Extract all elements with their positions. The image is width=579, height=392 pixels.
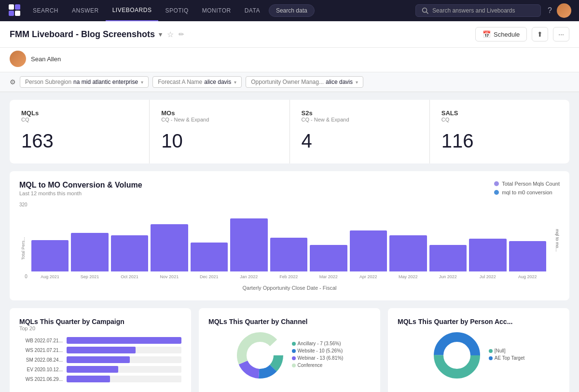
bottom-grid: MQLs This Quarter by Campaign Top 20 WB … xyxy=(10,308,569,392)
bar-group: Oct 2021 xyxy=(111,202,148,279)
nav-logo[interactable] xyxy=(8,3,21,18)
channel-card-title: MQLs This Quarter by Channel xyxy=(208,318,371,325)
channel-legend-item: Webinar - 13 (6.81%) xyxy=(292,355,344,361)
horiz-bar-row: WS 2021.07.21... xyxy=(19,347,181,353)
bar[interactable] xyxy=(31,240,69,271)
person-acc-card-title: MQLs This Quarter by Person Acc... xyxy=(398,318,560,325)
main-content: MQLs CQ 163 MOs CQ - New & Expand 10 S2s… xyxy=(0,92,579,392)
nav-item-data[interactable]: DATA xyxy=(238,0,267,21)
campaign-card-title: MQLs This Quarter by Campaign xyxy=(19,318,181,325)
schedule-button[interactable]: 📅 Schedule xyxy=(475,27,527,41)
chart-legend: Total Person Mqls Countmql to m0 convers… xyxy=(494,181,560,195)
person-acc-legend-item: [Null] xyxy=(489,348,524,353)
title-chevron-icon[interactable]: ▾ xyxy=(159,31,162,38)
bar[interactable] xyxy=(230,218,267,271)
bar-label: Feb 2022 xyxy=(279,274,298,279)
horiz-bar-track xyxy=(67,376,181,382)
channel-donut-chart xyxy=(236,331,284,379)
kpi-value: 163 xyxy=(21,130,138,152)
svg-rect-0 xyxy=(9,4,14,10)
nav-item-liveboards[interactable]: LIVEBOARDS xyxy=(106,0,159,21)
bar-label: Jan 2022 xyxy=(240,274,258,279)
nav-search-bar[interactable]: Search answers and Liveboards xyxy=(415,4,541,17)
user-avatar-nav[interactable] xyxy=(557,3,571,18)
favorite-icon[interactable]: ☆ xyxy=(167,30,174,39)
nav-item-spotiq[interactable]: SPOTIQ xyxy=(158,0,195,21)
bar-label: Aug 2022 xyxy=(518,274,537,279)
chart-subtitle: Last 12 months this month xyxy=(19,190,142,196)
bar-group: Feb 2022 xyxy=(270,202,307,279)
bar-group: Jul 2022 xyxy=(469,202,506,279)
bar-group: Aug 2021 xyxy=(31,202,69,279)
bar[interactable] xyxy=(71,233,108,271)
campaign-card: MQLs This Quarter by Campaign Top 20 WB … xyxy=(10,308,191,392)
person-acc-card: MQLs This Quarter by Person Acc... [Null… xyxy=(388,308,569,392)
bar[interactable] xyxy=(191,243,228,271)
bar[interactable] xyxy=(270,238,307,271)
kpi-title: SALS xyxy=(441,109,558,117)
bar-label: Apr 2022 xyxy=(359,274,377,279)
horiz-bar-fill xyxy=(67,366,118,373)
search-icon xyxy=(422,7,428,14)
top-nav: SEARCHANSWERLIVEBOARDSSPOTIQMONITORDATA … xyxy=(0,0,579,21)
horiz-bar-row: WS 2021.06.29... xyxy=(19,376,181,382)
bar[interactable] xyxy=(350,230,387,271)
kpi-title: MOs xyxy=(161,109,277,117)
bar[interactable] xyxy=(469,239,506,271)
filter-chip[interactable]: Person Subregion na mid atlantic enterpr… xyxy=(20,76,149,88)
person-acc-legend-item: AE Top Target xyxy=(489,355,524,361)
campaign-card-subtitle: Top 20 xyxy=(19,325,181,331)
bar[interactable] xyxy=(429,245,467,271)
kpi-title: S2s xyxy=(302,109,418,117)
channel-legend-item: Website - 10 (5.26%) xyxy=(292,348,344,353)
svg-line-5 xyxy=(427,12,428,14)
kpi-card: S2s CQ - New & Expand 4 xyxy=(290,100,429,163)
bar[interactable] xyxy=(111,235,148,271)
help-icon[interactable]: ? xyxy=(548,6,552,15)
kpi-subtitle: CQ - New & Expand xyxy=(302,117,418,122)
horiz-bar-label: WS 2021.06.29... xyxy=(19,377,63,382)
nav-item-answer[interactable]: ANSWER xyxy=(65,0,106,21)
horiz-bar-fill xyxy=(67,356,130,363)
horiz-bar-row: EV 2020.10.12... xyxy=(19,366,181,373)
bar-group: Apr 2022 xyxy=(350,202,387,279)
subheader: FMM Liveboard - Blog Screenshots ▾ ☆ ✏ 📅… xyxy=(0,21,579,48)
bar-group: Jun 2022 xyxy=(429,202,467,279)
horiz-bar-label: WS 2021.07.21... xyxy=(19,348,63,353)
bar-group: Sep 2021 xyxy=(71,202,108,279)
filter-chip[interactable]: Opportunity Owner Manag... alice davis ▾ xyxy=(246,76,363,88)
y-axis-max: 320 xyxy=(19,202,28,207)
bar[interactable] xyxy=(509,241,546,271)
kpi-value: 4 xyxy=(302,130,418,152)
page-title: FMM Liveboard - Blog Screenshots ▾ xyxy=(10,29,162,40)
nav-search-pill[interactable]: Search data xyxy=(269,4,315,17)
bar[interactable] xyxy=(389,235,427,271)
bar[interactable] xyxy=(310,245,347,271)
chart-bars: Aug 2021 Sep 2021 Oct 2021 Nov 2021 Dec … xyxy=(31,202,546,279)
channel-legend-item: Conference xyxy=(292,363,344,368)
kpi-value: 116 xyxy=(441,130,558,152)
bar-group: Jan 2022 xyxy=(230,202,267,279)
nav-item-search[interactable]: SEARCH xyxy=(26,0,65,21)
person-acc-donut-chart xyxy=(433,331,481,379)
edit-icon[interactable]: ✏ xyxy=(179,30,184,38)
kpi-subtitle: CQ xyxy=(441,117,558,122)
channel-legend: Ancillary - 7 (3.56%)Website - 10 (5.26%… xyxy=(292,341,344,370)
kpi-card: MOs CQ - New & Expand 10 xyxy=(150,100,289,163)
legend-item: mql to m0 conversion xyxy=(494,189,560,195)
share-button[interactable]: ⬆ xyxy=(532,27,548,41)
user-row: Sean Allen xyxy=(0,48,579,72)
filter-icon[interactable]: ⚙ xyxy=(10,78,16,86)
search-bar-placeholder: Search answers and Liveboards xyxy=(432,7,515,14)
horiz-bar-row: WB 2022.07.21... xyxy=(19,337,181,344)
horiz-bar-fill xyxy=(67,376,110,382)
bar[interactable] xyxy=(151,224,188,271)
horiz-bar-label: SM 2022.08.24... xyxy=(19,357,63,363)
kpi-subtitle: CQ - New & Expand xyxy=(161,117,277,122)
svg-rect-1 xyxy=(15,4,20,10)
more-options-button[interactable]: ··· xyxy=(553,27,569,41)
filter-chip[interactable]: Forecast A Name alice davis ▾ xyxy=(152,76,242,88)
bar-group: May 2022 xyxy=(389,202,427,279)
nav-item-monitor[interactable]: MONITOR xyxy=(195,0,238,21)
svg-rect-2 xyxy=(9,11,14,16)
